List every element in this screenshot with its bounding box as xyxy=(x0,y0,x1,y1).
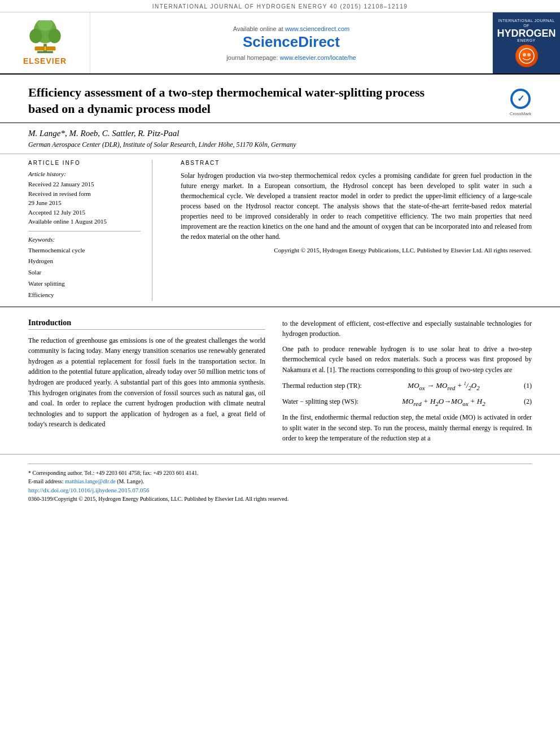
article-affiliation: German Aerospace Center (DLR), Institute… xyxy=(28,141,532,149)
footnote-email-label: E-mail address: xyxy=(28,478,63,484)
history-item-4: Accepted 12 July 2015 xyxy=(28,208,141,217)
journal-title: International Journal of Hydrogen Energy… xyxy=(152,3,408,10)
history-item-2: Received in revised form xyxy=(28,189,141,199)
intro-heading: Introduction xyxy=(28,318,265,330)
article-info-panel: Article Info Article history: Received 2… xyxy=(28,160,152,300)
equation-1: Thermal reduction step (TR): MOox → MOre… xyxy=(282,381,532,391)
article-info-abstract-section: Article Info Article history: Received 2… xyxy=(0,154,560,307)
elsevier-logo-section: ELSEVIER xyxy=(0,12,90,73)
body-section: Introduction The reduction of greenhouse… xyxy=(0,307,560,454)
history-item-3: 29 June 2015 xyxy=(28,198,141,208)
abstract-panel: Abstract Solar hydrogen production via t… xyxy=(169,160,532,300)
keyword-1: Thermochemical cycle xyxy=(28,245,141,256)
info-divider xyxy=(28,231,141,231)
journal-homepage-link[interactable]: www.elsevier.com/locate/he xyxy=(280,54,356,61)
equation-1-label: Thermal reduction step (TR): xyxy=(282,382,373,390)
article-authors: M. Lange*, M. Roeb, C. Sattler, R. Pitz-… xyxy=(28,129,532,138)
elsevier-tree-icon xyxy=(23,20,68,54)
equation-2-label: Water − splitting step (WS): xyxy=(282,397,373,406)
svg-text:✓: ✓ xyxy=(517,94,524,103)
badge-line1: International Journal of xyxy=(496,19,557,28)
equation-2: Water − splitting step (WS): MOred + H2O… xyxy=(282,397,532,407)
badge-circle-icon xyxy=(515,45,538,67)
footnote-2: E-mail address: matthias.lange@dlr.de (M… xyxy=(28,477,532,486)
hydrogen-icon xyxy=(519,48,535,64)
keyword-2: Hydrogen xyxy=(28,256,141,267)
available-online-text: Available online at www.sciencedirect.co… xyxy=(233,25,349,32)
keyword-4: Water splitting xyxy=(28,278,141,290)
intro-left-text: The reduction of greenhouse gas emission… xyxy=(28,335,265,430)
footer-divider xyxy=(28,464,532,464)
journal-homepage-text: journal homepage: www.elsevier.com/locat… xyxy=(226,54,356,61)
footnote-email-person: (M. Lange). xyxy=(117,478,144,484)
keyword-5: Efficiency xyxy=(28,290,141,301)
page-header: ELSEVIER Available online at www.science… xyxy=(0,12,560,75)
intro-right-text-2: One path to produce renewable hydrogen i… xyxy=(282,344,532,375)
article-info-heading: Article Info xyxy=(28,160,141,166)
sciencedirect-link[interactable]: www.sciencedirect.com xyxy=(285,25,349,32)
equation-1-math: MOox → MOred + 1/2O2 xyxy=(373,381,515,391)
footer-section: * Corresponding author. Tel.: +49 2203 6… xyxy=(0,454,560,507)
crossmark-section: ✓ CrossMark xyxy=(509,88,532,116)
keywords-list: Thermochemical cycle Hydrogen Solar Wate… xyxy=(28,245,141,301)
keyword-3: Solar xyxy=(28,267,141,278)
article-title: Efficiency assessment of a two-step ther… xyxy=(28,85,452,117)
doi-link[interactable]: http://dx.doi.org/10.1016/j.ijhydene.201… xyxy=(28,487,150,493)
journal-badge: International Journal of HYDROGEN ENERGY xyxy=(496,19,557,67)
equation-2-number: (2) xyxy=(515,397,532,406)
history-item-5: Available online 1 August 2015 xyxy=(28,217,141,226)
intro-right-text-1: to the development of efficient, cost-ef… xyxy=(282,318,532,339)
abstract-heading: Abstract xyxy=(181,160,532,166)
svg-point-8 xyxy=(519,49,534,63)
svg-point-3 xyxy=(29,29,42,43)
footnote-1: * Corresponding author. Tel.: +49 2203 6… xyxy=(28,469,532,477)
equation-2-math: MOred + H2O→MOox + H2 xyxy=(373,397,515,407)
equation-1-number: (1) xyxy=(515,382,532,390)
abstract-copyright: Copyright © 2015, Hydrogen Energy Public… xyxy=(181,246,532,255)
footnote-contact: Tel.: +49 2203 601 4758; fax: +49 2203 6… xyxy=(84,470,199,476)
body-left-column: Introduction The reduction of greenhouse… xyxy=(28,318,265,448)
keywords-label: Keywords: xyxy=(28,236,141,243)
article-history-label: Article history: xyxy=(28,171,141,177)
history-item-1: Received 22 January 2015 xyxy=(28,180,141,189)
crossmark-label: CrossMark xyxy=(510,111,532,116)
journal-badge-section: International Journal of HYDROGEN ENERGY xyxy=(492,12,560,73)
crossmark-icon: ✓ xyxy=(509,88,532,110)
elsevier-logo: ELSEVIER xyxy=(23,20,68,65)
sciencedirect-header: Available online at www.sciencedirect.co… xyxy=(90,12,492,73)
svg-point-4 xyxy=(48,29,60,43)
badge-line2: HYDROGEN xyxy=(497,28,555,38)
elsevier-brand-text: ELSEVIER xyxy=(23,56,67,65)
authors-section: M. Lange*, M. Roeb, C. Sattler, R. Pitz-… xyxy=(0,123,560,154)
abstract-text: Solar hydrogen production via two-step t… xyxy=(181,171,532,242)
svg-rect-1 xyxy=(37,51,53,53)
intro-right-text-3: In the first, endothermic thermal reduct… xyxy=(282,412,532,444)
article-title-section: Efficiency assessment of a two-step ther… xyxy=(0,75,560,123)
footnote-star: * Corresponding author. xyxy=(28,470,83,476)
doi-line: http://dx.doi.org/10.1016/j.ijhydene.201… xyxy=(28,486,532,495)
footnote-email-link[interactable]: matthias.lange@dlr.de xyxy=(65,478,116,484)
badge-line3: ENERGY xyxy=(517,38,536,42)
svg-point-9 xyxy=(523,53,526,56)
journal-header: International Journal of Hydrogen Energy… xyxy=(0,0,560,12)
issn-line: 0360-3199/Copyright © 2015, Hydrogen Ene… xyxy=(28,495,532,503)
svg-point-10 xyxy=(527,53,531,56)
body-right-column: to the development of efficient, cost-ef… xyxy=(282,318,532,448)
sciencedirect-brand: ScienceDirect xyxy=(243,33,340,51)
